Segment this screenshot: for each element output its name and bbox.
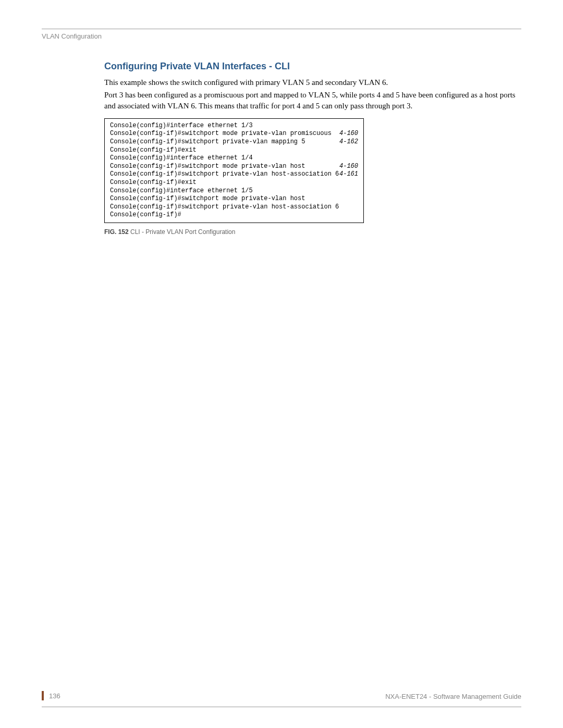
footer-doc-title: NXA-ENET24 - Software Management Guide: [385, 693, 521, 700]
footer-rule: [42, 707, 521, 707]
cli-reference: 4-160: [339, 163, 358, 171]
cli-reference: 4-162: [339, 138, 358, 146]
cli-line: Console(config-if)#switchport private-vl…: [110, 203, 358, 212]
content-area: Configuring Private VLAN Interfaces - CL…: [104, 61, 521, 691]
figure-label: FIG. 152: [104, 228, 129, 236]
cli-output-box: Console(config)#interface ethernet 1/3 C…: [104, 118, 364, 223]
figure-caption: FIG. 152 CLI - Private VLAN Port Configu…: [104, 228, 521, 236]
cli-command: Console(config)#interface ethernet 1/5: [110, 187, 253, 195]
cli-command: Console(config-if)#switchport mode priva…: [110, 163, 305, 171]
cli-line: Console(config-if)#exit: [110, 179, 358, 187]
page-container: VLAN Configuration Configuring Private V…: [0, 0, 563, 728]
cli-command: Console(config-if)#switchport private-vl…: [110, 203, 339, 212]
cli-reference: 4-160: [339, 130, 358, 138]
body-paragraph-2: Port 3 has been configured as a promiscu…: [104, 90, 521, 111]
cli-line: Console(config-if)#switchport mode priva…: [110, 195, 358, 203]
page-footer: 136 NXA-ENET24 - Software Management Gui…: [42, 691, 521, 705]
cli-line: Console(config-if)#switchport mode priva…: [110, 163, 358, 171]
cli-line: Console(config-if)#switchport private-vl…: [110, 170, 358, 179]
figure-caption-text: CLI - Private VLAN Port Configuration: [129, 228, 236, 236]
cli-command: Console(config-if)#switchport mode priva…: [110, 130, 332, 138]
cli-command: Console(config-if)#: [110, 211, 181, 219]
page-number: 136: [49, 692, 60, 700]
cli-command: Console(config-if)#switchport private-vl…: [110, 138, 305, 146]
cli-line: Console(config)#interface ethernet 1/3: [110, 122, 358, 130]
footer-accent-bar: [42, 691, 44, 700]
body-paragraph-1: This example shows the switch configured…: [104, 77, 521, 88]
cli-command: Console(config-if)#exit: [110, 179, 197, 187]
cli-line: Console(config-if)#switchport mode priva…: [110, 130, 358, 138]
cli-reference: 4-161: [339, 170, 358, 179]
cli-line: Console(config)#interface ethernet 1/4: [110, 154, 358, 163]
section-heading: Configuring Private VLAN Interfaces - CL…: [104, 61, 521, 72]
cli-command: Console(config)#interface ethernet 1/4: [110, 154, 253, 163]
cli-command: Console(config-if)#exit: [110, 146, 197, 155]
header-rule: [42, 29, 521, 29]
footer-left: 136: [42, 691, 60, 700]
header-section-title: VLAN Configuration: [42, 32, 521, 40]
cli-line: Console(config-if)#: [110, 211, 358, 219]
cli-line: Console(config-if)#switchport private-vl…: [110, 138, 358, 146]
cli-command: Console(config)#interface ethernet 1/3: [110, 122, 253, 130]
cli-line: Console(config-if)#exit: [110, 146, 358, 155]
cli-command: Console(config-if)#switchport mode priva…: [110, 195, 305, 203]
cli-line: Console(config)#interface ethernet 1/5: [110, 187, 358, 195]
cli-command: Console(config-if)#switchport private-vl…: [110, 170, 339, 179]
